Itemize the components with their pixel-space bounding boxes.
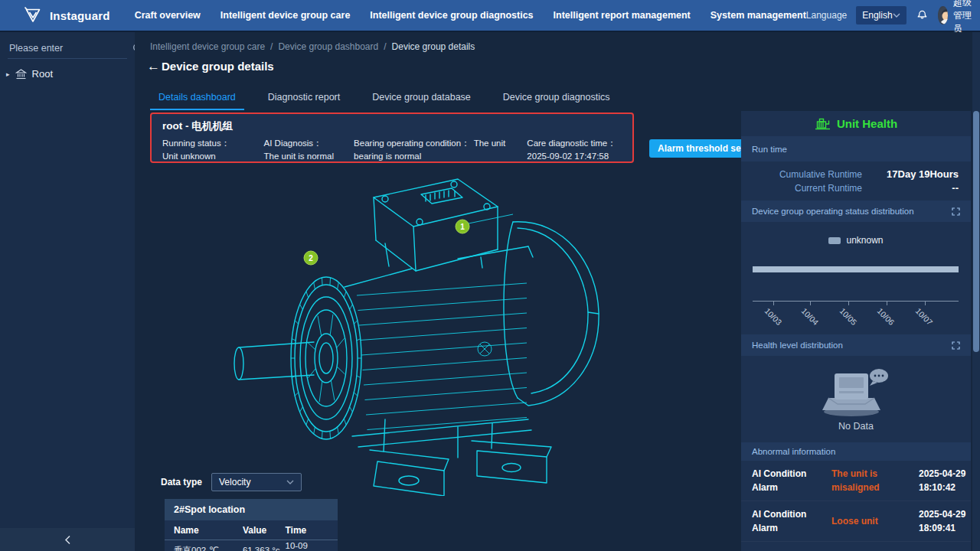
alarm-type: AI Condition Alarm <box>752 467 825 494</box>
scrollbar-thumb[interactable] <box>973 111 979 352</box>
breadcrumb-dashboard[interactable]: Device group dashboard <box>278 41 378 52</box>
motor-wireframe: 1 2 <box>228 167 611 496</box>
unit-health-header: Unit Health <box>741 111 971 136</box>
breadcrumb-current: Device group details <box>392 41 475 52</box>
top-navigation: Instaguard Craft overview Intelligent de… <box>0 0 980 32</box>
sidebar-item-root[interactable]: ▸ Root <box>0 59 135 89</box>
motor-marker-1[interactable]: 1 <box>456 220 469 233</box>
main-menu: Craft overview Intelligent device group … <box>135 10 806 21</box>
sidebar-collapse-button[interactable] <box>0 528 135 551</box>
status-distribution-chart: unknown 10/03 10/04 10/05 10/06 10/07 <box>741 222 971 334</box>
device-summary-box: root - 电机机组 Running status：Unit unknown … <box>150 112 634 163</box>
alarm-time: 2025-04-29 18:10:42 <box>919 467 971 494</box>
building-icon <box>15 69 27 80</box>
alarm-message: Loose unit <box>831 514 913 528</box>
status-bar-unknown <box>753 266 959 272</box>
unit-health-panel: Unit Health Run time Cumulative Runtime … <box>741 111 971 551</box>
alarm-time: 2025-04-29 18:07:47 <box>919 548 971 551</box>
runtime-block: Cumulative Runtime 17Day 19Hours Current… <box>741 161 971 201</box>
nav-system-management[interactable]: System management <box>710 10 806 21</box>
caret-right-icon[interactable]: ▸ <box>6 70 10 78</box>
alarm-message: The unit is misaligned <box>831 467 913 494</box>
abnormal-information-list: AI Condition Alarm The unit is misaligne… <box>741 461 971 551</box>
machine-icon <box>815 117 831 130</box>
alarm-type: AI Condition Alarm <box>752 507 825 535</box>
breadcrumb: Intelligent device group care / Device g… <box>150 41 475 52</box>
spot-location-table: 2#Spot location Name Value Time 垂直002-℃ … <box>165 499 338 551</box>
nav-device-group-care[interactable]: Intelligent device group care <box>220 10 351 21</box>
page-title-row: ← Device group details <box>147 60 274 73</box>
sidebar-search <box>8 38 127 59</box>
tab-diagnostic-report[interactable]: Diagnostic report <box>260 87 349 110</box>
nav-device-group-diagnostics[interactable]: Intelligent device group diagnostics <box>370 10 533 21</box>
field-running-status: Running status：Unit unknown <box>162 137 247 162</box>
data-type-row: Data type Velocity <box>161 473 302 491</box>
spot-table-title: 2#Spot location <box>165 499 338 520</box>
avatar[interactable] <box>938 6 948 24</box>
chevron-down-icon <box>286 480 294 484</box>
health-level-header: Health level distribution <box>741 334 971 356</box>
breadcrumb-separator: / <box>384 41 386 52</box>
abnormal-information-header: Abnormal information <box>741 442 971 461</box>
unit-health-title: Unit Health <box>837 117 897 130</box>
breadcrumb-separator: / <box>270 41 273 52</box>
legend-swatch <box>828 237 841 244</box>
x-axis-labels: 10/03 10/04 10/05 10/06 10/07 <box>753 306 959 332</box>
list-item[interactable]: AI Condition Alarm The unit is misaligne… <box>741 461 971 501</box>
current-runtime-value: -- <box>862 182 971 194</box>
field-care-diagnostic-time: Care diagnostic time：2025-09-02 17:47:58 <box>527 137 622 162</box>
motor-marker-2[interactable]: 2 <box>304 251 318 265</box>
list-item[interactable]: AI Condition Alarm The unit is misaligne… <box>741 542 971 551</box>
data-type-value: Velocity <box>219 477 250 487</box>
status-distribution-header: Device group operating status distributi… <box>741 201 971 222</box>
spot-time: 10-09 16:21:11 <box>286 541 338 551</box>
user-chip[interactable]: 超级管理员 <box>938 0 979 35</box>
expand-icon[interactable] <box>952 341 960 350</box>
instaguard-logo-icon <box>23 5 43 25</box>
no-data-text: No Data <box>838 421 874 432</box>
brand-name: Instaguard <box>50 9 110 22</box>
vertical-scrollbar <box>972 32 980 551</box>
legend-label: unknown <box>846 235 883 246</box>
health-level-empty-state: No Data <box>741 356 971 442</box>
marker-1-label: 1 <box>460 223 465 231</box>
list-item[interactable]: AI Condition Alarm Loose unit 2025-04-29… <box>741 501 971 542</box>
language-select[interactable]: English <box>856 6 906 24</box>
x-axis <box>753 301 959 302</box>
alarm-type: AI Condition Alarm <box>752 548 825 551</box>
main-content: Intelligent device group care / Device g… <box>135 32 980 551</box>
tab-device-group-diagnostics[interactable]: Device group diagnostics <box>495 87 619 110</box>
tab-details-dashboard[interactable]: Details dashboard <box>150 87 244 110</box>
alarm-time: 2025-04-29 18:09:41 <box>919 507 971 535</box>
data-type-select[interactable]: Velocity <box>211 473 302 491</box>
spot-table-header: Name Value Time <box>165 520 338 540</box>
chart-legend[interactable]: unknown <box>741 235 971 246</box>
marker-2-label: 2 <box>309 254 313 262</box>
search-input[interactable] <box>9 43 132 54</box>
tree-item-label: Root <box>32 68 53 80</box>
nav-report-management[interactable]: Intelligent report management <box>554 10 691 21</box>
breadcrumb-care[interactable]: Intelligent device group care <box>150 41 265 52</box>
cumulative-runtime-label: Cumulative Runtime <box>741 169 862 180</box>
spot-value: 61.363 °c <box>243 546 286 551</box>
nav-craft-overview[interactable]: Craft overview <box>135 10 201 21</box>
run-time-header: Run time <box>741 136 971 161</box>
detail-tabs: Details dashboard Diagnostic report Devi… <box>150 87 619 110</box>
language-label: Language <box>806 10 847 21</box>
current-runtime-label: Current Runtime <box>741 183 862 194</box>
chevron-down-icon <box>893 13 900 18</box>
language-value: English <box>862 10 892 21</box>
nav-right-cluster: Language English <box>806 0 980 35</box>
data-type-label: Data type <box>161 477 202 487</box>
user-name: 超级管理员 <box>953 0 978 35</box>
device-summary-fields: Running status：Unit unknown AI Diagnosis… <box>162 137 622 162</box>
notification-bell-icon[interactable] <box>916 8 929 22</box>
tab-device-group-database[interactable]: Device group database <box>364 87 479 110</box>
expand-icon[interactable] <box>952 207 960 216</box>
device-tree-sidebar: ▸ Root <box>0 32 135 551</box>
cumulative-runtime-value: 17Day 19Hours <box>862 168 971 180</box>
table-row[interactable]: 垂直002-℃ 61.363 °c 10-09 16:21:11 <box>165 540 338 551</box>
alarm-message: The unit is misaligned <box>831 548 913 551</box>
field-ai-diagnosis: AI Diagnosis：The unit is normal <box>264 137 338 162</box>
back-arrow-icon[interactable]: ← <box>147 60 160 73</box>
